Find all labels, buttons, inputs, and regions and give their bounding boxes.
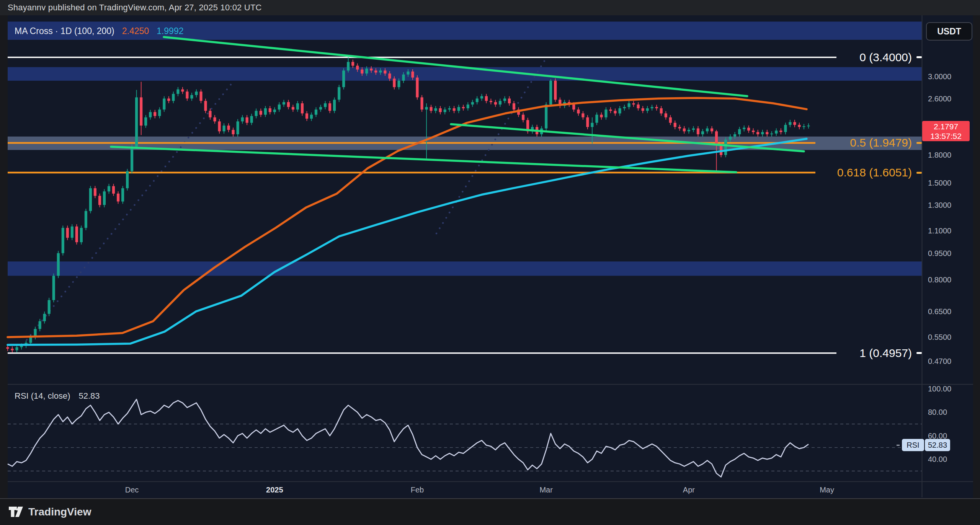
rsi-badge-label: RSI [902,439,924,451]
fib-level-text: 0 (3.4000) [859,51,912,64]
last-price-badge: 2.1797 13:57:52 [922,121,970,141]
rsi-value-badges: RSI 52.83 [897,439,950,451]
price-axis-label[interactable]: 0.4700 [928,357,951,366]
indicator-legend[interactable]: MA Cross · 1D (100, 200) 2.4250 1.9992 [15,26,183,36]
fib-level-label: 1 (0.4957) [859,347,922,360]
price-axis-label[interactable]: 1.8000 [928,151,951,160]
fib-level-end-tick [916,172,922,174]
price-axis-label[interactable]: 2.6000 [928,94,951,103]
fib-level-label: 0 (3.4000) [859,51,922,64]
fib-level-end-tick [916,142,922,144]
rsi-title-value: 52.83 [79,391,100,401]
fib-level-label: 0.5 (1.9479) [850,136,922,149]
price-axis-label[interactable]: 0.9500 [928,249,951,258]
rsi-badge-value: 52.83 [925,439,950,451]
fib-level-label: 0.618 (1.6051) [837,166,922,179]
footer-brand[interactable]: TradingView [28,506,91,518]
rsi-axis-label[interactable]: 100.00 [928,385,951,393]
fib-level-text: 0.5 (1.9479) [850,136,912,149]
time-axis-label[interactable]: 2025 [266,486,283,494]
price-axis-label[interactable]: 3.0000 [928,72,951,81]
price-axis-label[interactable]: 0.8000 [928,275,951,284]
price-axis-label[interactable]: 1.1000 [928,226,951,235]
rsi-axis-label[interactable]: 80.00 [928,408,947,417]
fib-level-text: 0.618 (1.6051) [837,166,912,179]
rsi-legend[interactable]: RSI (14, close) 52.83 [15,391,100,401]
fib-level-end-tick [916,56,922,58]
footer: TradingView [0,498,980,525]
ma-slow-value: 1.9992 [157,26,183,36]
time-axis-label[interactable]: Feb [411,486,424,494]
chart-canvas[interactable] [0,0,980,525]
indicator-title: MA Cross · 1D (100, 200) [15,26,114,36]
rsi-axis-tick [897,445,900,446]
fib-level-text: 1 (0.4957) [859,347,912,360]
rsi-title: RSI (14, close) [15,391,70,401]
price-axis-label[interactable]: 0.5500 [928,333,951,342]
price-axis-label[interactable]: 1.5000 [928,179,951,188]
time-axis-label[interactable]: May [820,486,834,494]
time-axis-label[interactable]: Apr [683,486,695,494]
last-price: 2.1797 [934,122,958,131]
bar-countdown: 13:57:52 [930,131,962,141]
time-axis-label[interactable]: Mar [539,486,552,494]
tradingview-snapshot-page: Shayannv published on TradingView.com, A… [0,0,980,525]
fib-level-end-tick [916,352,922,354]
quote-currency-badge: USDT [926,22,972,41]
time-axis-label[interactable]: Dec [125,486,139,494]
price-axis-label[interactable]: 1.3000 [928,201,951,209]
ma-fast-value: 2.4250 [122,26,149,36]
rsi-axis-label[interactable]: 40.00 [928,455,947,464]
tradingview-logo-icon[interactable] [8,505,24,518]
price-axis-label[interactable]: 0.6500 [928,307,951,316]
